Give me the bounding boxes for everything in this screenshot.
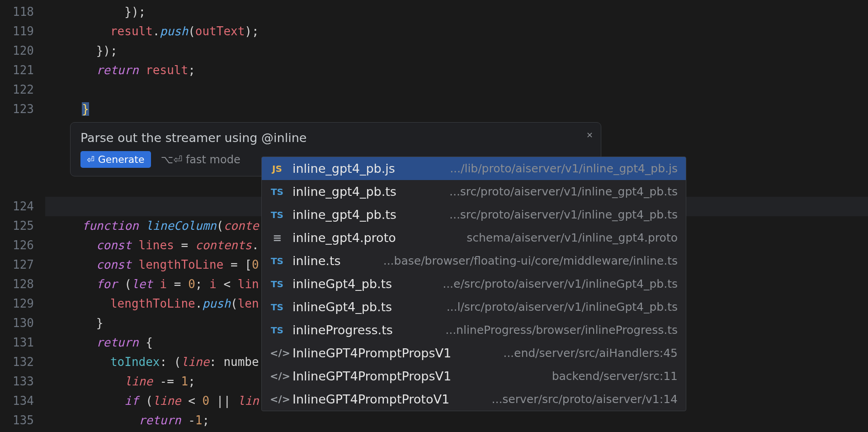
line-number: 136 (0, 430, 34, 432)
proto-file-icon: ≡ (270, 232, 284, 244)
symbol-file-icon: </> (270, 347, 284, 359)
line-number: 126 (0, 236, 34, 255)
ai-prompt-input[interactable]: Parse out the streamer using @inline (80, 131, 591, 145)
suggest-item-path: ...l/src/proto/aiserver/v1/inlineGpt4_pb… (447, 300, 678, 313)
suggest-item[interactable]: TSinlineGpt4_pb.ts...e/src/proto/aiserve… (262, 272, 686, 295)
code-line[interactable]: return -1; (45, 411, 868, 430)
line-number: 131 (0, 333, 34, 352)
suggest-item-path: ...src/proto/aiserver/v1/inline_gpt4_pb.… (449, 208, 678, 221)
suggest-item-name: inlineProgress.ts (292, 323, 393, 337)
symbol-file-icon: </> (270, 370, 284, 382)
line-number: 120 (0, 41, 34, 61)
ts-file-icon: TS (270, 279, 284, 290)
line-number: 133 (0, 372, 34, 391)
line-gutter: 118119120121122123 124125126127128129130… (0, 0, 45, 432)
suggest-item-path: ...server/src/proto/aiserver/v1:14 (492, 393, 678, 406)
line-number: 130 (0, 313, 34, 333)
code-line[interactable]: }); (45, 41, 868, 61)
suggest-item-name: InlineGPT4PromptProtoV1 (292, 392, 449, 406)
ts-file-icon: TS (270, 256, 284, 266)
enter-icon: ⏎ (87, 154, 94, 165)
suggest-item[interactable]: </>InlineGPT4PromptProtoV1...server/src/… (262, 388, 686, 411)
line-number: 121 (0, 61, 34, 80)
line-number: 124 (0, 197, 34, 216)
fast-mode-hint: ⌥⏎ fast mode (161, 153, 241, 166)
js-file-icon: JS (270, 163, 284, 174)
line-number: 128 (0, 275, 34, 294)
line-number: 123 (0, 100, 34, 119)
suggest-item-path: ...src/proto/aiserver/v1/inline_gpt4_pb.… (449, 185, 678, 198)
suggest-item-name: inlineGpt4_pb.ts (292, 277, 392, 291)
suggest-item-name: inlineGpt4_pb.ts (292, 300, 392, 314)
generate-button[interactable]: ⏎ Generate (80, 151, 151, 168)
ts-file-icon: TS (270, 302, 284, 313)
suggest-item[interactable]: TSinlineProgress.ts...nlineProgress/brow… (262, 318, 686, 342)
suggest-item[interactable]: TSinline_gpt4_pb.ts...src/proto/aiserver… (262, 203, 686, 226)
suggest-item-path: .../lib/proto/aiserver/v1/inline_gpt4_pb… (450, 162, 678, 175)
close-icon[interactable]: ✕ (587, 129, 593, 140)
suggest-item[interactable]: JSinline_gpt4_pb.js.../lib/proto/aiserve… (262, 157, 686, 180)
line-number: 125 (0, 216, 34, 236)
suggest-item-path: ...end/server/src/aiHandlers:45 (503, 347, 678, 360)
line-number: 129 (0, 294, 34, 313)
suggest-item-path: ...base/browser/floating-ui/core/middlew… (383, 254, 678, 267)
code-line[interactable] (45, 80, 868, 100)
line-number: 127 (0, 255, 34, 275)
line-number: 135 (0, 411, 34, 430)
code-line[interactable]: }); (45, 2, 868, 22)
suggest-item-name: InlineGPT4PromptPropsV1 (292, 346, 451, 360)
suggest-item-path: backend/server/src:11 (552, 370, 678, 383)
suggest-item-path: ...e/src/proto/aiserver/v1/inlineGpt4_pb… (443, 277, 678, 290)
suggest-item[interactable]: TSinline.ts...base/browser/floating-ui/c… (262, 249, 686, 272)
code-line[interactable]: result.push(outText); (45, 22, 868, 41)
suggest-item[interactable]: ≡inline_gpt4.protoschema/aiserver/v1/inl… (262, 226, 686, 249)
code-line[interactable]: return result; (45, 61, 868, 80)
ts-file-icon: TS (270, 325, 284, 336)
suggest-item-name: inline_gpt4.proto (292, 231, 396, 245)
suggest-item-path: ...nlineProgress/browser/inlineProgress.… (445, 323, 678, 337)
line-number: 132 (0, 352, 34, 372)
suggest-item-name: inline_gpt4_pb.ts (292, 185, 396, 199)
suggest-item-name: inline_gpt4_pb.js (292, 161, 395, 176)
line-number: 134 (0, 391, 34, 411)
suggest-item-name: InlineGPT4PromptPropsV1 (292, 369, 451, 383)
suggest-item-name: inline.ts (292, 254, 341, 268)
file-suggest-popup: JSinline_gpt4_pb.js.../lib/proto/aiserve… (261, 157, 686, 411)
line-number: 119 (0, 22, 34, 41)
suggest-item[interactable]: TSinline_gpt4_pb.ts...src/proto/aiserver… (262, 180, 686, 203)
code-line[interactable]: } (45, 100, 868, 119)
suggest-item[interactable]: TSinlineGpt4_pb.ts...l/src/proto/aiserve… (262, 295, 686, 318)
symbol-file-icon: </> (270, 394, 284, 405)
generate-button-label: Generate (98, 154, 145, 165)
code-line[interactable]: } (45, 430, 868, 432)
line-number: 118 (0, 2, 34, 22)
suggest-item[interactable]: </>InlineGPT4PromptPropsV1...end/server/… (262, 342, 686, 365)
ts-file-icon: TS (270, 186, 284, 197)
suggest-item-path: schema/aiserver/v1/inline_gpt4.proto (467, 231, 678, 244)
line-number: 122 (0, 80, 34, 100)
suggest-item[interactable]: </>InlineGPT4PromptPropsV1backend/server… (262, 365, 686, 388)
suggest-item-name: inline_gpt4_pb.ts (292, 208, 396, 222)
ts-file-icon: TS (270, 209, 284, 220)
